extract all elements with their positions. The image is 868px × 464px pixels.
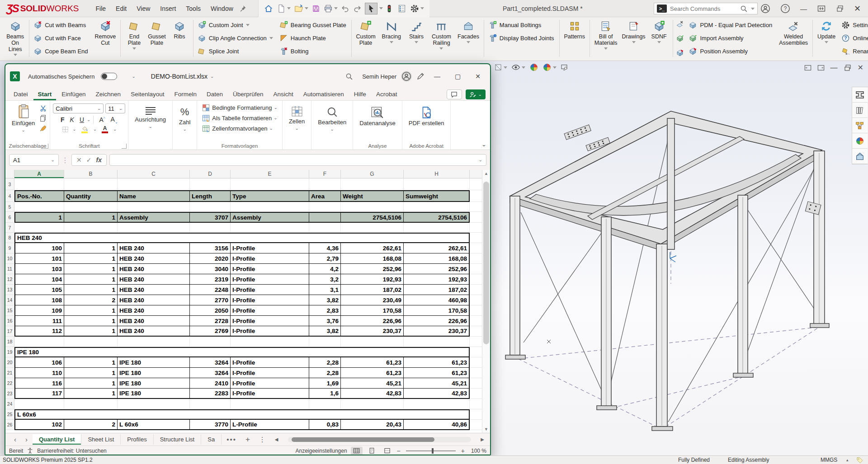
underline-dropdown-icon[interactable]: ⌄ [87, 118, 90, 122]
column-header-A[interactable]: A [14, 170, 64, 178]
empty-cell[interactable] [118, 399, 190, 409]
data-cell[interactable]: 262,61 [404, 243, 470, 253]
ribbon-button-cut-with-beams[interactable]: Cut with Beams [32, 19, 90, 32]
data-cell[interactable]: L-Profile [231, 420, 309, 430]
data-cell[interactable]: 2410 [190, 378, 231, 389]
data-cell[interactable]: 105 [14, 285, 64, 295]
data-cell[interactable]: 3156 [190, 243, 231, 253]
user-avatar[interactable] [401, 71, 412, 82]
font-name-select[interactable]: Calibri⌄ [53, 103, 104, 113]
add-sheet-icon[interactable]: + [241, 435, 254, 444]
data-cell[interactable]: 3770 [190, 420, 231, 430]
data-cell[interactable]: I-Profile [231, 326, 309, 337]
row-header-5[interactable]: 5 [5, 202, 14, 212]
new-document-icon[interactable] [277, 4, 291, 13]
row-header-24[interactable]: 24 [5, 399, 14, 409]
ribbon-button-manual-boltings[interactable]: Manual Boltings [486, 19, 557, 32]
data-cell[interactable]: 1 [64, 274, 118, 285]
font-dialog-launcher[interactable] [122, 144, 127, 149]
data-cell[interactable]: 40,86 [404, 420, 470, 430]
page-layout-view-button[interactable] [366, 447, 378, 455]
data-cell[interactable]: I-Profile [231, 243, 309, 253]
column-header-H[interactable]: H [404, 170, 470, 178]
data-cell[interactable]: 2,28 [309, 357, 341, 368]
redo-icon[interactable] [353, 5, 361, 13]
section-cell[interactable]: HEB 240 [14, 233, 470, 243]
ribbon-button-update[interactable]: Update [815, 19, 838, 58]
empty-cell[interactable] [118, 178, 190, 190]
empty-cell[interactable] [404, 337, 470, 347]
empty-cell[interactable] [231, 178, 309, 190]
data-cell[interactable]: 192,93 [404, 274, 470, 285]
zoom-slider[interactable] [406, 450, 456, 451]
empty-cell[interactable] [404, 399, 470, 409]
zoom-out-icon[interactable]: − [397, 447, 401, 455]
zoom-in-icon[interactable]: + [461, 447, 465, 455]
excel-close-button[interactable]: ✕ [470, 73, 486, 80]
empty-cell[interactable] [341, 178, 404, 190]
excel-tab-hilfe[interactable]: Hilfe [349, 89, 371, 100]
data-cell[interactable]: I-Profile [231, 316, 309, 326]
section-cell[interactable]: IPE 180 [14, 347, 470, 357]
borders-icon[interactable] [61, 126, 69, 133]
empty-cell[interactable] [231, 337, 309, 347]
cut-icon[interactable] [39, 104, 47, 112]
span-displays-button[interactable] [817, 4, 826, 13]
data-cell[interactable]: 187,02 [341, 285, 404, 295]
row-header-3[interactable]: 3 [5, 178, 14, 190]
row-header-9[interactable]: 9 [5, 243, 14, 253]
normal-view-button[interactable] [351, 447, 363, 455]
data-cell[interactable]: 3,76 [309, 316, 341, 326]
header-cell[interactable]: Quantity [64, 190, 118, 202]
row-header-22[interactable]: 22 [5, 378, 14, 389]
empty-cell[interactable] [231, 223, 309, 233]
data-cell[interactable]: 226,96 [404, 316, 470, 326]
more-sheets-icon[interactable]: ••• [222, 436, 241, 443]
data-cell[interactable]: I-Profile [231, 295, 309, 305]
ribbon-button-facades[interactable]: Facades [455, 19, 481, 58]
column-header-E[interactable]: E [231, 170, 309, 178]
row-header-11[interactable]: 11 [5, 264, 14, 274]
data-cell[interactable]: 2770 [190, 295, 231, 305]
minimize-button[interactable]: — [800, 5, 807, 13]
ribbon-button-drawings[interactable]: Drawings [620, 19, 648, 58]
empty-cell[interactable] [64, 202, 118, 212]
row-header-20[interactable]: 20 [5, 357, 14, 368]
ribbon-button-rename-parts[interactable]: a→bRename Parts [840, 45, 868, 58]
print-icon[interactable] [324, 4, 338, 13]
hscroll-left-icon[interactable]: ◀ [271, 437, 283, 442]
assembly-cell[interactable]: 3707 [190, 212, 231, 223]
row-header-16[interactable]: 16 [5, 316, 14, 326]
data-cell[interactable]: 2,83 [309, 305, 341, 316]
data-cell[interactable]: 3,2 [309, 274, 341, 285]
data-cell[interactable]: 168,08 [404, 253, 470, 264]
column-header-B[interactable]: B [64, 170, 118, 178]
sheet-tab-profiles[interactable]: Profiles [121, 434, 153, 445]
empty-cell[interactable] [14, 202, 64, 212]
data-cell[interactable]: 252,96 [341, 264, 404, 274]
data-cell[interactable]: 109 [14, 305, 64, 316]
grow-font-button[interactable]: A^ [96, 116, 108, 124]
options-gear-button[interactable] [410, 4, 424, 13]
data-cell[interactable]: L 60x6 [118, 420, 190, 430]
units-dropdown-icon[interactable]: ▴ [846, 458, 849, 462]
row-header-6[interactable]: 6 [5, 212, 14, 223]
ribbon-button-display-bolted-joints[interactable]: iDisplay Bolted Joints [486, 32, 557, 45]
interference-lights-icon[interactable] [385, 4, 394, 13]
data-cell[interactable]: 61,23 [404, 357, 470, 368]
underline-button[interactable]: U [77, 116, 87, 124]
empty-cell[interactable] [309, 399, 341, 409]
importasm-small-icon[interactable] [676, 34, 684, 42]
data-cell[interactable]: 187,02 [404, 285, 470, 295]
home-icon[interactable] [264, 4, 273, 13]
restore-button[interactable] [836, 5, 844, 13]
accessibility-status[interactable]: Barrierefreiheit: Untersuchen [37, 448, 106, 454]
data-cell[interactable]: 262,61 [341, 243, 404, 253]
assembly-cell[interactable]: Assembly [231, 212, 309, 223]
data-cell[interactable]: 1,6 [309, 389, 341, 399]
row-header-18[interactable]: 18 [5, 337, 14, 347]
row-header-13[interactable]: 13 [5, 285, 14, 295]
sheet-tab-structure-list[interactable]: Structure List [154, 434, 202, 445]
ribbon-button-bill-of-materials[interactable]: Bill ofMaterials [592, 19, 620, 58]
section-cell[interactable]: L 60x6 [14, 409, 470, 420]
